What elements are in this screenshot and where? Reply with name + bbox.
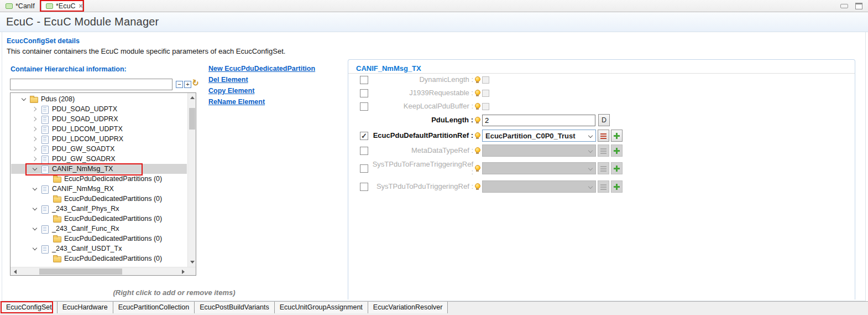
- scroll-down-icon[interactable]: [190, 261, 195, 264]
- chevron-down-icon[interactable]: [32, 186, 38, 192]
- chevron-down-icon: [588, 166, 593, 171]
- chevron-right-icon[interactable]: [32, 106, 38, 112]
- file-icon: [41, 136, 49, 143]
- tree-item[interactable]: EcucPduDedicatedPartitions (0): [11, 254, 187, 264]
- form-header: EcuC - EcuC Module Manager: [0, 12, 868, 32]
- parameter-bulb-icon: [475, 116, 480, 124]
- partitionref-list-button[interactable]: [598, 130, 609, 142]
- tree-item[interactable]: PDU_GW_SOADRX: [11, 154, 187, 164]
- parameter-bulb-icon: [475, 132, 480, 140]
- maximize-icon[interactable]: [855, 3, 862, 9]
- link-new-ecucpdudedicatedpartition[interactable]: New EcucPduDedicatedPartition: [208, 63, 315, 74]
- tree-rows: Pdus (208) PDU_SOAD_UDPTX PDU_SOAD_UDPRX…: [11, 94, 187, 264]
- list-icon: [600, 133, 606, 135]
- tree-item[interactable]: PDU_GW_SOADTX: [11, 144, 187, 154]
- pdutriggeringref-enable-checkbox[interactable]: [360, 183, 368, 191]
- chevron-down-icon[interactable]: [32, 166, 38, 172]
- chevron-down-icon[interactable]: [21, 96, 27, 102]
- tab-ecucconfigset[interactable]: EcucConfigSet: [1, 302, 57, 313]
- minimize-icon[interactable]: [840, 4, 848, 8]
- tree-item[interactable]: PDU_LDCOM_UDPTX: [11, 124, 187, 134]
- tab-ecucvariationresolver[interactable]: EcucVariationResolver: [368, 302, 448, 313]
- chevron-right-icon[interactable]: [32, 156, 38, 162]
- folder-icon: [53, 255, 61, 262]
- scroll-left-icon[interactable]: [14, 270, 17, 274]
- row-systpdutoframetriggeringref: SysTPduToFrameTriggeringRef:: [348, 158, 623, 178]
- collapse-all-icon[interactable]: −: [176, 81, 183, 88]
- link-rename-element[interactable]: ReName Element: [208, 96, 315, 107]
- chevron-right-icon[interactable]: [32, 146, 38, 152]
- frametriggeringref-enable-checkbox[interactable]: [360, 164, 368, 173]
- page-title: EcuC - EcuC Module Manager: [0, 12, 868, 32]
- action-links: New EcucPduDedicatedPartition Del Elemen…: [208, 63, 315, 107]
- link-copy-element[interactable]: Copy Element: [208, 85, 315, 96]
- tree-item[interactable]: CANIF_NmMsg_RX: [11, 184, 187, 194]
- tree-item-canif-nmmsg-tx[interactable]: CANIF_NmMsg_TX: [11, 164, 187, 174]
- chevron-none: [44, 176, 50, 182]
- row-pdulength: PduLength : D: [348, 113, 610, 127]
- horizontal-scroll-thumb[interactable]: [39, 268, 122, 275]
- parameter-bulb-icon: [475, 164, 480, 172]
- horizontal-scrollbar[interactable]: [11, 267, 196, 275]
- folder-icon: [30, 96, 38, 103]
- scroll-right-icon[interactable]: [182, 270, 185, 274]
- editor-tab-ecuc[interactable]: *EcuC ×: [41, 0, 83, 12]
- tree-item[interactable]: EcucPduDedicatedPartitions (0): [11, 174, 187, 184]
- tree-item[interactable]: EcucPduDedicatedPartitions (0): [11, 234, 187, 244]
- row-j1939requestable: J1939Requestable :: [348, 89, 489, 97]
- tree-item-pdus[interactable]: Pdus (208): [11, 94, 187, 104]
- editor-file-icon: [46, 3, 53, 9]
- tab-ecucpartitioncollection[interactable]: EcucPartitionCollection: [113, 302, 195, 313]
- tab-ecucunitgroupassignment[interactable]: EcucUnitGroupAssignment: [275, 302, 368, 313]
- list-icon: [600, 148, 606, 149]
- chevron-right-icon[interactable]: [32, 126, 38, 132]
- chevron-down-icon[interactable]: [32, 246, 38, 251]
- partitionref-enable-checkbox[interactable]: [360, 132, 368, 140]
- chevron-none: [44, 216, 50, 221]
- pdulength-input[interactable]: [482, 115, 595, 126]
- pdutriggeringref-add-button: [611, 180, 623, 193]
- partitionref-add-button[interactable]: [611, 130, 623, 142]
- partitionref-combo[interactable]: EcucPartition_C0P0_Trust: [482, 130, 596, 142]
- folder-icon: [53, 175, 61, 183]
- chevron-right-icon[interactable]: [32, 116, 38, 122]
- folder-icon: [53, 235, 61, 242]
- editor-tab-canif[interactable]: *CanIf: [1, 0, 40, 12]
- dynamiclength-enable-checkbox[interactable]: [360, 76, 368, 84]
- chevron-down-icon: [588, 184, 593, 189]
- parameter-bulb-icon: [475, 76, 480, 84]
- link-del-element[interactable]: Del Element: [208, 74, 315, 85]
- tree-item[interactable]: _243_CanIf_USDT_Tx: [11, 244, 187, 254]
- parameter-bulb-icon: [475, 147, 480, 154]
- tree-item[interactable]: EcucPduDedicatedPartitions (0): [11, 214, 187, 224]
- chevron-right-icon[interactable]: [32, 136, 38, 142]
- chevron-down-icon[interactable]: [32, 206, 38, 211]
- tree-item[interactable]: EcucPduDedicatedPartitions (0): [11, 194, 187, 204]
- chevron-down-icon[interactable]: [32, 226, 38, 231]
- file-icon: [41, 106, 49, 113]
- j1939requestable-enable-checkbox[interactable]: [360, 89, 368, 97]
- field-label: PduLength :: [372, 116, 473, 124]
- partitionref-value: EcucPartition_C0P0_Trust: [485, 132, 576, 140]
- keeplocalpdubuffer-enable-checkbox[interactable]: [360, 102, 368, 111]
- tab-ecucpostbuildvariants[interactable]: EcucPostBuildVariants: [195, 302, 275, 313]
- tab-ecuchardware[interactable]: EcucHardware: [57, 302, 113, 313]
- metadatatyperef-enable-checkbox[interactable]: [360, 147, 368, 155]
- scroll-up-icon[interactable]: [190, 96, 195, 99]
- field-label: MetaDataTypeRef :: [372, 147, 473, 154]
- tree-item[interactable]: PDU_LDCOM_UDPRX: [11, 134, 187, 144]
- pdulength-default-button[interactable]: D: [598, 114, 610, 126]
- vertical-scrollbar[interactable]: [187, 93, 196, 267]
- frametriggeringref-combo: [482, 162, 596, 174]
- file-icon: [41, 156, 49, 163]
- file-icon: [41, 146, 49, 153]
- details-separator: [348, 73, 855, 74]
- tree-item[interactable]: _243_CanIf_Phys_Rx: [11, 204, 187, 214]
- tree-item[interactable]: PDU_SOAD_UDPTX: [11, 104, 187, 114]
- frametriggeringref-list-button: [598, 162, 609, 174]
- close-icon[interactable]: ×: [79, 3, 82, 9]
- vertical-scroll-thumb[interactable]: [189, 108, 195, 130]
- tree-item[interactable]: _243_CanIf_Func_Rx: [11, 224, 187, 234]
- tree-search-input[interactable]: [10, 79, 172, 90]
- tree-item[interactable]: PDU_SOAD_UDPRX: [11, 114, 187, 124]
